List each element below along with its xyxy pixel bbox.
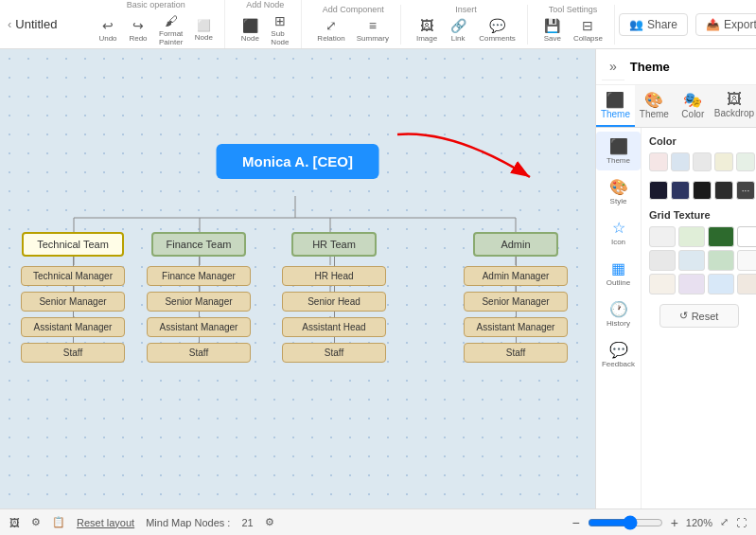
save-button[interactable]: 💾Save	[539, 16, 566, 45]
style-nav-icon: 🎨	[609, 178, 628, 196]
team-node-technical[interactable]: Technical Team	[22, 232, 124, 257]
sidebar-icon-nav: ⬛ Theme 🎨 Style ☆ Icon ▦ Outline 🕐 H	[596, 128, 642, 508]
sub-node-hr-3[interactable]: Assistant Head	[282, 317, 386, 337]
toolbar-add-node: Add Node ⬛Node ⊞Sub Node	[229, 0, 302, 48]
back-arrow[interactable]: ‹	[8, 17, 11, 31]
reset-button[interactable]: ↺ Reset	[659, 304, 739, 328]
collapse-button[interactable]: ⊟Collapse	[570, 16, 607, 45]
nav-style[interactable]: 🎨 Style	[596, 172, 641, 211]
sub-node-technical-2[interactable]: Senior Manager	[21, 292, 125, 312]
fullscreen-icon[interactable]: ⛶	[736, 517, 747, 528]
sub-node-hr-4[interactable]: Staff	[282, 343, 386, 363]
insert-title: Insert	[455, 5, 477, 14]
nav-icon[interactable]: ☆ Icon	[596, 213, 641, 252]
comments-button[interactable]: 💬Comments	[475, 16, 519, 45]
add-subnode-button[interactable]: ⊞Sub Node	[267, 11, 293, 48]
texture-11[interactable]	[737, 274, 756, 294]
color-swatch-0[interactable]	[649, 152, 668, 171]
export-label: Export	[724, 18, 756, 31]
sub-node-hr-2[interactable]: Senior Head	[282, 292, 386, 312]
color-swatch-1[interactable]	[671, 152, 690, 171]
format-painter-button[interactable]: 🖌Format Painter	[155, 11, 186, 48]
fit-screen-icon[interactable]: ⤢	[720, 516, 729, 528]
texture-5[interactable]	[678, 250, 705, 271]
sub-node-finance-3[interactable]: Assistant Manager	[147, 317, 251, 337]
sub-node-finance-2[interactable]: Senior Manager	[147, 292, 251, 312]
image-button[interactable]: 🖼Image	[413, 16, 441, 45]
grid-texture-title: Grid Texture	[649, 209, 748, 221]
sub-node-hr-1[interactable]: HR Head	[282, 266, 386, 286]
zoom-out-button2[interactable]: +	[671, 515, 678, 530]
texture-3[interactable]	[737, 226, 756, 247]
nav-outline[interactable]: ▦ Outline	[596, 254, 641, 293]
feedback-nav-icon: 💬	[609, 341, 628, 359]
nav-history[interactable]: 🕐 History	[596, 294, 641, 333]
map-settings-icon[interactable]: ⚙	[265, 516, 274, 528]
sub-node-admin-1[interactable]: Admin Manager	[464, 266, 568, 286]
texture-8[interactable]	[649, 274, 676, 294]
reset-layout-btn[interactable]: Reset layout	[77, 517, 134, 528]
add-node-button[interactable]: ⬛Node	[237, 16, 263, 45]
share-label: Share	[647, 18, 677, 31]
color-section-title: Color	[649, 135, 748, 147]
footer-icon-2[interactable]: ⚙	[31, 516, 41, 528]
zoom-out-button[interactable]: −	[571, 515, 579, 530]
texture-4[interactable]	[649, 250, 676, 271]
sub-node-technical-4[interactable]: Staff	[21, 343, 125, 363]
texture-0[interactable]	[649, 226, 676, 247]
add-component-title: Add Component	[323, 5, 384, 14]
sub-node-admin-3[interactable]: Assistant Manager	[464, 317, 568, 337]
sub-node-technical-3[interactable]: Assistant Manager	[21, 317, 125, 337]
texture-7[interactable]	[737, 250, 756, 271]
texture-6[interactable]	[708, 250, 734, 271]
node-button[interactable]: ⬜Node	[190, 17, 217, 44]
team-node-admin[interactable]: Admin	[473, 232, 558, 257]
color-swatch-dark-1[interactable]	[671, 181, 690, 200]
footer-icon-3[interactable]: 📋	[52, 516, 65, 528]
export-button[interactable]: 📤 Export	[695, 13, 756, 36]
team-node-finance[interactable]: Finance Team	[151, 232, 247, 257]
texture-2[interactable]	[708, 226, 734, 247]
sub-node-technical-1[interactable]: Technical Manager	[21, 266, 125, 286]
sub-node-finance-1[interactable]: Finance Manager	[147, 266, 251, 286]
color-swatch-more[interactable]: ···	[736, 181, 755, 200]
share-button[interactable]: 👥 Share	[619, 13, 688, 36]
sub-node-finance-4[interactable]: Staff	[147, 343, 251, 363]
app-title: Untitled	[15, 17, 57, 31]
color-swatch-dark-3[interactable]	[714, 181, 733, 200]
redo-button[interactable]: ↪Redo	[125, 16, 151, 45]
color-swatches-dark: ···	[649, 181, 748, 200]
right-sidebar: » Theme ⬛ Theme 🎨 Theme 🎭 Color 🖼 Backdr…	[595, 49, 756, 508]
color-swatch-dark-2[interactable]	[693, 181, 712, 200]
nav-theme[interactable]: ⬛ Theme	[596, 132, 641, 170]
zoom-slider[interactable]	[588, 515, 663, 530]
summary-button[interactable]: ≡Summary	[353, 16, 393, 45]
link-button[interactable]: 🔗Link	[445, 16, 471, 45]
mind-map-nodes-label: Mind Map Nodes :	[146, 517, 230, 528]
color-swatch-dark-0[interactable]	[649, 181, 668, 200]
sidebar-collapse-button[interactable]: »	[602, 53, 624, 80]
tool-settings-title: Tool Settings	[549, 5, 598, 14]
sub-node-admin-4[interactable]: Staff	[464, 343, 568, 363]
header-actions: 👥 Share 📤 Export	[619, 13, 756, 36]
texture-1[interactable]	[678, 226, 705, 247]
footer-icon-1[interactable]: 🖼	[9, 517, 20, 528]
texture-10[interactable]	[708, 274, 734, 294]
root-node[interactable]: Monica A. [CEO]	[216, 144, 379, 179]
relation-button[interactable]: ⤢Relation	[313, 16, 348, 45]
undo-button[interactable]: ↩Undo	[95, 16, 121, 45]
canvas[interactable]: Monica A. [CEO] Technical Team Technical…	[0, 49, 595, 508]
tab-backdrop[interactable]: 🖼 Backdrop	[712, 85, 756, 127]
node-count: 21	[241, 517, 253, 528]
sub-node-admin-2[interactable]: Senior Manager	[464, 292, 568, 312]
color-swatch-4[interactable]	[736, 152, 755, 171]
nav-feedback[interactable]: 💬 Feedback	[596, 335, 641, 374]
color-swatch-2[interactable]	[693, 152, 712, 171]
tab-color[interactable]: 🎭 Color	[674, 85, 712, 127]
color-swatch-3[interactable]	[714, 152, 733, 171]
tab-theme[interactable]: ⬛ Theme	[596, 85, 635, 127]
team-node-hr[interactable]: HR Team	[291, 232, 377, 257]
texture-9[interactable]	[678, 274, 705, 294]
tab-theme2[interactable]: 🎨 Theme	[635, 85, 674, 127]
reset-icon: ↺	[679, 310, 688, 322]
